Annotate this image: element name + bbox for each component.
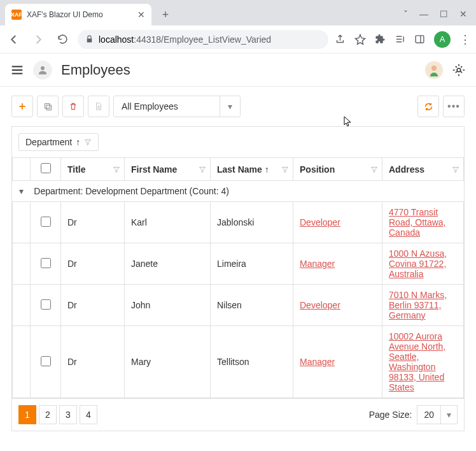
current-user-avatar[interactable] xyxy=(425,61,443,79)
svg-point-1 xyxy=(41,66,45,70)
menu-button[interactable] xyxy=(10,63,24,77)
address-link[interactable]: 7010 N Marks, Berlin 93711, Germany xyxy=(389,290,447,320)
star-icon[interactable] xyxy=(354,34,366,45)
page-size-label: Page Size: xyxy=(369,410,412,420)
cell-title: Dr xyxy=(61,326,125,398)
col-title[interactable]: Title xyxy=(61,158,125,181)
cell-first: Janete xyxy=(125,243,211,285)
cell-last: Nilsen xyxy=(211,285,293,326)
page-3[interactable]: 3 xyxy=(59,405,77,424)
position-link[interactable]: Manager xyxy=(300,357,335,367)
browser-tab[interactable]: XAF XAF's Blazor UI Demo ✕ xyxy=(5,4,151,25)
url-input[interactable]: localhost:44318/Employee_ListView_Varied xyxy=(78,30,328,49)
group-panel[interactable]: Department ↑ xyxy=(12,127,464,158)
window-controls: ˅ — ☐ ✕ xyxy=(403,9,476,25)
sort-asc-icon[interactable]: ↑ xyxy=(76,137,80,147)
address-link[interactable]: 10002 Aurora Avenue North, Seattle, Wash… xyxy=(389,331,445,392)
page-size-select[interactable]: 20 ▾ xyxy=(417,405,458,424)
forward-button[interactable] xyxy=(29,31,47,48)
row-checkbox[interactable] xyxy=(41,356,51,366)
back-button[interactable] xyxy=(5,31,23,48)
svg-rect-0 xyxy=(416,36,424,43)
filter-icon[interactable] xyxy=(370,166,378,173)
col-last-name[interactable]: Last Name↑ xyxy=(211,158,293,181)
filter-icon[interactable] xyxy=(84,138,92,146)
group-row-label: Department: Development Department (Coun… xyxy=(34,186,229,196)
chevron-down-icon[interactable]: ˅ xyxy=(403,9,408,19)
svg-rect-4 xyxy=(46,105,52,110)
close-window-icon[interactable]: ✕ xyxy=(459,9,467,19)
collapse-icon[interactable]: ▾ xyxy=(19,186,29,196)
address-bar: localhost:44318/Employee_ListView_Varied… xyxy=(0,25,476,54)
settings-icon[interactable] xyxy=(452,63,466,77)
profile-avatar[interactable]: A xyxy=(434,31,451,48)
sort-asc-icon[interactable]: ↑ xyxy=(265,164,269,175)
cell-title: Dr xyxy=(61,202,125,243)
col-address[interactable]: Address xyxy=(382,158,464,181)
chevron-down-icon[interactable]: ▾ xyxy=(220,96,240,117)
group-chip-department[interactable]: Department ↑ xyxy=(18,133,99,151)
page-1[interactable]: 1 xyxy=(18,405,36,424)
select-all-header[interactable] xyxy=(31,158,61,181)
data-grid: Department ↑ Title First Name Last Name↑… xyxy=(11,126,465,431)
clone-button[interactable] xyxy=(37,96,59,117)
grid-table: Title First Name Last Name↑ Position Add… xyxy=(12,158,464,398)
new-button[interactable] xyxy=(11,96,33,117)
minimize-icon[interactable]: — xyxy=(419,9,428,19)
page-2[interactable]: 2 xyxy=(39,405,57,424)
refresh-button[interactable] xyxy=(417,96,439,117)
filter-icon[interactable] xyxy=(281,166,289,173)
tab-title: XAF's Blazor UI Demo xyxy=(27,10,132,19)
pager: 1 2 3 4 Page Size: 20 ▾ xyxy=(12,398,464,431)
filter-icon[interactable] xyxy=(452,166,459,173)
chrome-menu-icon[interactable]: ⋮ xyxy=(459,32,471,47)
col-first-name[interactable]: First Name xyxy=(125,158,211,181)
cell-title: Dr xyxy=(61,243,125,285)
table-row[interactable]: Dr Mary Tellitson Manager 10002 Aurora A… xyxy=(13,326,464,398)
view-filter-dropdown[interactable]: All Employees ▾ xyxy=(113,96,241,117)
address-link[interactable]: 4770 Transit Road, Ottawa, Canada xyxy=(389,207,446,238)
reading-list-icon[interactable] xyxy=(395,34,405,45)
position-link[interactable]: Developer xyxy=(300,300,340,310)
user-type-icon xyxy=(33,61,52,80)
dropdown-label: All Employees xyxy=(114,101,220,111)
row-checkbox[interactable] xyxy=(41,258,51,268)
svg-point-3 xyxy=(457,68,461,72)
toolbar: All Employees ▾ ••• xyxy=(0,87,476,126)
reload-button[interactable] xyxy=(53,31,71,48)
cell-first: Mary xyxy=(125,326,211,398)
row-checkbox[interactable] xyxy=(41,299,51,310)
select-all-checkbox[interactable] xyxy=(41,163,51,173)
chevron-down-icon[interactable]: ▾ xyxy=(440,406,457,424)
svg-point-2 xyxy=(431,66,437,71)
table-row[interactable]: Dr Karl Jablonski Developer 4770 Transit… xyxy=(13,202,464,243)
extensions-icon[interactable] xyxy=(375,34,386,45)
filter-icon[interactable] xyxy=(113,166,120,173)
group-row[interactable]: ▾ Department: Development Department (Co… xyxy=(13,181,464,202)
more-actions-button[interactable]: ••• xyxy=(443,96,465,117)
col-position[interactable]: Position xyxy=(293,158,382,181)
position-link[interactable]: Manager xyxy=(300,259,335,269)
maximize-icon[interactable]: ☐ xyxy=(440,9,448,19)
share-icon[interactable] xyxy=(335,34,346,45)
side-panel-icon[interactable] xyxy=(414,34,425,45)
svg-rect-5 xyxy=(45,103,50,108)
table-row[interactable]: Dr Janete Limeira Manager 1000 N Azusa, … xyxy=(13,243,464,285)
close-tab-icon[interactable]: ✕ xyxy=(137,10,145,20)
table-row[interactable]: Dr John Nilsen Developer 7010 N Marks, B… xyxy=(13,285,464,326)
new-tab-button[interactable]: + xyxy=(157,6,174,24)
action-button[interactable] xyxy=(88,96,109,117)
url-text: localhost:44318/Employee_ListView_Varied xyxy=(99,34,271,45)
page-title: Employees xyxy=(61,62,130,78)
filter-icon[interactable] xyxy=(199,166,206,173)
cell-first: John xyxy=(125,285,211,326)
address-link[interactable]: 1000 N Azusa, Covina 91722, Australia xyxy=(389,248,447,279)
position-link[interactable]: Developer xyxy=(300,217,340,227)
cell-last: Jablonski xyxy=(211,202,293,243)
row-checkbox[interactable] xyxy=(41,217,51,227)
lock-icon xyxy=(85,35,94,43)
cell-last: Limeira xyxy=(211,243,293,285)
page-4[interactable]: 4 xyxy=(80,405,97,424)
delete-button[interactable] xyxy=(62,96,84,117)
group-chip-label: Department xyxy=(25,137,72,147)
